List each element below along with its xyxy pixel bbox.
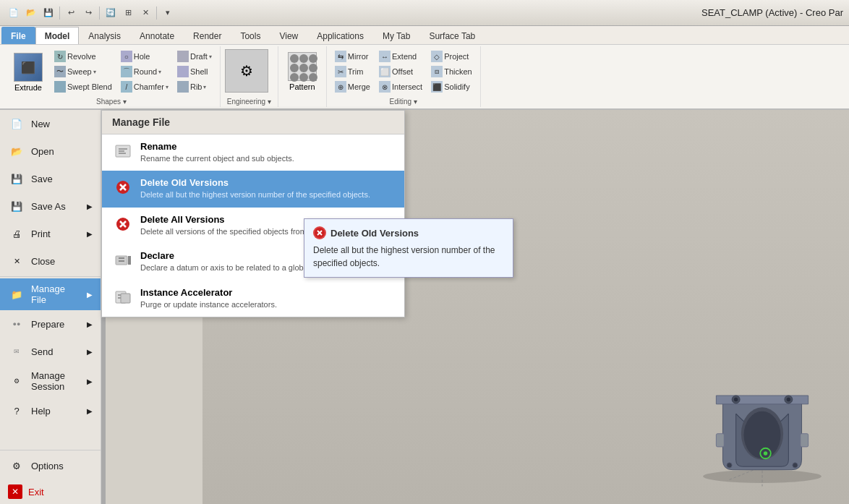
tab-model[interactable]: Model — [35, 27, 80, 44]
trim-button[interactable]: ✂ Trim — [331, 64, 374, 79]
manage-file-icon: 📁 — [8, 286, 25, 303]
svg-rect-12 — [119, 260, 124, 262]
mirror-icon: ⇆ — [335, 51, 346, 62]
tab-tools[interactable]: Tools — [231, 27, 270, 44]
engineering-label: Engineering ▾ — [227, 98, 271, 107]
tab-annotate[interactable]: Annotate — [130, 27, 184, 44]
shapes-more-buttons: Draft ▾ Shell Rib ▾ — [174, 49, 216, 94]
tab-surface-tab[interactable]: Surface Tab — [419, 27, 485, 44]
menu-item-new[interactable]: 📄 New — [0, 110, 101, 137]
draft-button[interactable]: Draft ▾ — [174, 49, 216, 64]
tab-render[interactable]: Render — [184, 27, 231, 44]
engineering-dropdown-arrow: ▾ — [268, 98, 271, 106]
project-button[interactable]: ◇ Project — [427, 49, 476, 64]
send-arrow: ▶ — [87, 348, 93, 356]
editing-label: Editing ▾ — [390, 98, 417, 107]
manage-file-arrow: ▶ — [87, 291, 93, 299]
rib-arrow: ▾ — [203, 84, 206, 90]
print-arrow: ▶ — [87, 230, 93, 238]
chamfer-button[interactable]: / Chamfer ▾ — [117, 80, 172, 94]
qa-switch-windows-button[interactable]: ⊞ — [120, 5, 136, 21]
intersect-icon: ⊗ — [379, 81, 391, 93]
sweep-arrow: ▾ — [93, 69, 96, 75]
intersect-button[interactable]: ⊗ Intersect — [375, 80, 426, 94]
tab-analysis[interactable]: Analysis — [79, 27, 130, 44]
pattern-icon — [288, 52, 317, 81]
rename-icon — [113, 141, 133, 161]
qa-redo-button[interactable]: ↪ — [80, 5, 96, 21]
extend-button[interactable]: ↔ Extend — [375, 49, 426, 64]
merge-icon: ⊕ — [335, 81, 346, 93]
mf-item-rename[interactable]: Rename Rename the current object and sub… — [102, 134, 404, 171]
engineering-items: ⚙ — [225, 46, 273, 98]
svg-rect-32 — [801, 434, 809, 447]
offset-button[interactable]: ⬜ Offset — [375, 64, 426, 79]
rename-content: Rename Rename the current object and sub… — [140, 141, 393, 164]
swept-blend-button[interactable]: Swept Blend — [51, 80, 116, 94]
manage-file-header: Manage File — [102, 111, 404, 134]
shell-button[interactable]: Shell — [174, 64, 216, 79]
menu-item-exit[interactable]: ✕ Exit — [0, 479, 101, 504]
qa-open-button[interactable]: 📂 — [23, 5, 39, 21]
chamfer-icon: / — [121, 81, 132, 93]
solidify-button[interactable]: ⬛ Solidify — [427, 80, 476, 94]
qa-close-button[interactable]: ✕ — [137, 5, 153, 21]
rib-button[interactable]: Rib ▾ — [174, 80, 216, 94]
rename-title: Rename — [140, 141, 393, 152]
draft-icon — [177, 51, 189, 62]
revolve-icon: ↻ — [54, 51, 66, 62]
qa-new-button[interactable]: 📄 — [6, 5, 22, 21]
tooltip-header: Delete Old Versions — [313, 226, 504, 239]
qa-regen-button[interactable]: 🔄 — [103, 5, 119, 21]
menu-item-options[interactable]: ⚙ Options — [0, 452, 101, 479]
mirror-button[interactable]: ⇆ Mirror — [331, 49, 374, 64]
hole-button[interactable]: ○ Hole — [117, 49, 172, 64]
qa-save-button[interactable]: 💾 — [40, 5, 56, 21]
sweep-button[interactable]: 〜 Sweep ▾ — [51, 64, 116, 79]
tooltip-icon — [313, 226, 326, 239]
thicken-icon: ⧈ — [431, 66, 443, 77]
merge-button[interactable]: ⊕ Merge — [331, 80, 374, 94]
thicken-button[interactable]: ⧈ Thicken — [427, 64, 476, 79]
mf-item-instance[interactable]: Instance Accelerator Purge or update ins… — [102, 281, 404, 317]
menu-item-save-as[interactable]: 💾 Save As ▶ — [0, 192, 101, 220]
tab-view[interactable]: View — [270, 27, 307, 44]
instance-title: Instance Accelerator — [140, 287, 393, 298]
title-bar: 📄 📂 💾 ↩ ↪ 🔄 ⊞ ✕ ▾ SEAT_CLAMP (Active) - … — [0, 0, 849, 26]
menu-item-manage-session[interactable]: ⚙ Manage Session ▶ — [0, 365, 101, 397]
round-button[interactable]: ⌒ Round ▾ — [117, 64, 172, 79]
tab-my-tab[interactable]: My Tab — [373, 27, 419, 44]
menu-item-send[interactable]: ✉ Send ▶ — [0, 338, 101, 365]
quick-access-toolbar: 📄 📂 💾 ↩ ↪ 🔄 ⊞ ✕ ▾ — [6, 5, 701, 21]
delete-old-content: Delete Old Versions Delete all but the h… — [140, 177, 393, 200]
save-as-arrow: ▶ — [87, 202, 93, 210]
declare-icon — [113, 250, 133, 270]
extrude-button[interactable]: ⬛ Extrude — [7, 49, 49, 95]
menu-item-prepare[interactable]: ●● Prepare ▶ — [0, 310, 101, 338]
extrude-label: Extrude — [14, 83, 42, 92]
tab-file[interactable]: File — [1, 27, 35, 44]
svg-rect-31 — [716, 434, 724, 447]
revolve-button[interactable]: ↻ Revolve — [51, 49, 116, 64]
pattern-button[interactable]: Pattern — [283, 49, 322, 94]
menu-item-manage-file[interactable]: 📁 Manage File ▶ — [0, 278, 101, 310]
manage-session-icon: ⚙ — [8, 372, 25, 390]
instance-icon — [113, 287, 133, 307]
svg-point-29 — [734, 398, 738, 401]
menu-item-open[interactable]: 📂 Open — [0, 137, 101, 165]
prepare-arrow: ▶ — [87, 320, 93, 328]
shapes-items: ⬛ Extrude ↻ Revolve 〜 Sweep ▾ Swept Blen… — [7, 46, 216, 98]
menu-item-close[interactable]: ✕ Close — [0, 247, 101, 275]
menu-item-close-label: Close — [31, 256, 55, 267]
qa-undo-button[interactable]: ↩ — [63, 5, 79, 21]
menu-item-help[interactable]: ? Help ▶ — [0, 397, 101, 424]
pattern-label: Pattern — [289, 82, 315, 91]
chamfer-arrow: ▾ — [166, 84, 168, 90]
menu-item-save[interactable]: 💾 Save — [0, 165, 101, 192]
qa-more-button[interactable]: ▾ — [160, 5, 176, 21]
tab-applications[interactable]: Applications — [307, 27, 373, 44]
mf-item-delete-old[interactable]: Delete Old Versions Delete all but the h… — [102, 171, 404, 207]
shapes-eng-buttons: ○ Hole ⌒ Round ▾ / Chamfer ▾ — [117, 49, 172, 94]
menu-item-print[interactable]: 🖨 Print ▶ — [0, 220, 101, 247]
ribbon-group-engineering: ⚙ Engineering ▾ — [221, 46, 278, 107]
